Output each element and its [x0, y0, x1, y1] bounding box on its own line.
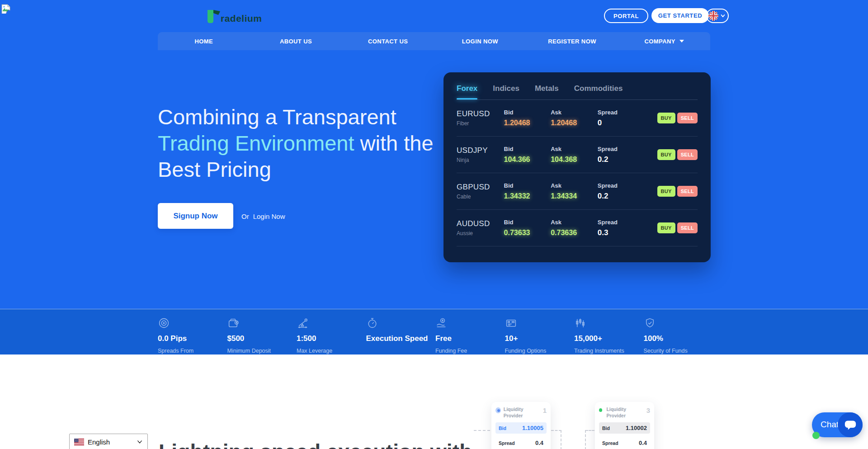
bid-label: Bid	[504, 146, 551, 152]
sell-button[interactable]: SELL	[677, 186, 698, 197]
quote-row-audusd: AUDUSD Aussie Bid 0.73633 Ask 0.73636 Sp…	[457, 210, 698, 246]
ask-value: 1.34334	[551, 192, 598, 200]
buy-button[interactable]: BUY	[657, 149, 675, 160]
sell-button[interactable]: SELL	[677, 149, 698, 160]
pair-nickname: Cable	[457, 194, 504, 200]
spread-value: 0.3	[598, 228, 657, 237]
broken-image-icon	[1, 4, 11, 14]
buy-button[interactable]: BUY	[657, 113, 675, 123]
stat-funding-fee: Free Funding Fee	[435, 309, 505, 354]
language-switcher[interactable]	[706, 9, 729, 23]
bid-value: 1.34332	[504, 192, 551, 200]
connector-dash	[585, 430, 594, 431]
stat-instruments: 15,000+ Trading Instruments	[574, 309, 644, 354]
chat-label: Chat	[821, 420, 839, 430]
candlestick-icon	[574, 317, 586, 329]
market-quotes-widget: Forex Indices Metals Commodities EURUSD …	[443, 72, 711, 262]
ask-value: 1.20468	[551, 119, 598, 127]
sell-button[interactable]: SELL	[677, 113, 698, 123]
connector-dash	[551, 430, 561, 431]
nav-item-home[interactable]: HOME	[158, 38, 250, 45]
pair-symbol: AUDUSD	[457, 219, 504, 228]
logo[interactable]: radelium	[204, 7, 262, 25]
language-select[interactable]: English	[69, 434, 148, 449]
stat-execution-speed: Execution Speed	[366, 309, 436, 354]
shield-check-icon	[644, 317, 656, 329]
chat-bubble-icon	[844, 419, 857, 431]
spread-label: Spread	[598, 219, 657, 226]
language-flag-icon	[708, 11, 718, 21]
stat-min-deposit: $500 Minimum Deposit	[227, 309, 297, 354]
language-selected-label: English	[88, 438, 110, 446]
caret-down-icon	[679, 40, 684, 43]
spread-value: 0	[598, 118, 657, 128]
tab-indices[interactable]: Indices	[493, 84, 519, 99]
quote-row-eurusd: EURUSD Fiber Bid 1.20468 Ask 1.20468 Spr…	[457, 100, 698, 137]
section-heading-partial: Lightning speed execution with	[159, 440, 472, 449]
ask-label: Ask	[551, 109, 598, 116]
hero-section: radelium PORTAL GET STARTED HOME ABOUT U…	[0, 0, 868, 309]
buy-button[interactable]: BUY	[657, 186, 675, 197]
liquidity-provider-card-3: Liquidity Provider 3 Bid 1.10002 Spread …	[595, 402, 654, 449]
stat-funding-options: 10+ Funding Options	[505, 309, 575, 354]
widget-tabs: Forex Indices Metals Commodities	[457, 84, 698, 99]
ask-value: 0.73636	[551, 229, 598, 237]
credit-card-icon	[505, 317, 517, 329]
stopwatch-icon	[366, 317, 378, 329]
online-status-dot	[812, 432, 820, 439]
chevron-down-icon	[720, 13, 726, 19]
stat-security: 100% Security of Funds	[644, 309, 713, 354]
ask-label: Ask	[551, 146, 598, 152]
get-started-button[interactable]: GET STARTED	[651, 8, 709, 23]
bid-value: 104.366	[504, 156, 551, 164]
nav-item-contact[interactable]: CONTACT US	[342, 38, 434, 45]
provider-title: Liquidity Provider	[504, 406, 540, 419]
portal-button[interactable]: PORTAL	[604, 9, 648, 23]
connector-dash	[585, 430, 586, 449]
pair-nickname: Fiber	[457, 120, 504, 127]
ask-label: Ask	[551, 182, 598, 189]
stat-spreads: 0.0 Pips Spreads From	[158, 309, 227, 354]
provider-dot-icon	[495, 407, 501, 413]
buy-button[interactable]: BUY	[657, 222, 675, 233]
bid-row: Bid 1.10002	[599, 422, 650, 434]
quote-row-gbpusd: GBPUSD Cable Bid 1.34332 Ask 1.34334 Spr…	[457, 173, 698, 210]
tab-forex[interactable]: Forex	[457, 84, 477, 99]
chat-widget-button[interactable]: Chat	[812, 412, 863, 437]
ask-value: 104.368	[551, 156, 598, 164]
provider-number: 3	[646, 406, 650, 414]
sell-button[interactable]: SELL	[677, 222, 698, 233]
logo-t-icon	[204, 7, 222, 25]
nav-item-login[interactable]: LOGIN NOW	[434, 38, 526, 45]
login-now-link[interactable]: Login Now	[253, 213, 285, 220]
spread-row: Spread 0.4	[599, 437, 650, 449]
wallet-icon	[227, 317, 240, 329]
bid-row: Bid 1.10005	[495, 422, 547, 434]
stat-leverage: 1:500 Max Leverage	[297, 309, 366, 354]
pair-symbol: EURUSD	[457, 109, 504, 118]
nav-item-about[interactable]: ABOUT US	[250, 38, 342, 45]
stats-band: 0.0 Pips Spreads From $500 Minimum Depos…	[0, 309, 868, 354]
or-label: Or	[241, 213, 249, 220]
login-now-row: OrLogin Now	[241, 213, 285, 220]
connector-dash	[561, 430, 561, 449]
tab-metals[interactable]: Metals	[535, 84, 559, 99]
bid-label: Bid	[504, 219, 551, 226]
tab-commodities[interactable]: Commodities	[574, 84, 623, 99]
pair-symbol: GBPUSD	[457, 183, 504, 192]
provider-number: 1	[543, 406, 547, 414]
target-icon	[158, 317, 170, 329]
nav-item-register[interactable]: REGISTER NOW	[526, 38, 618, 45]
hero-title: Combining a Transparent Trading Environm…	[158, 104, 440, 183]
nav-item-company[interactable]: COMPANY	[618, 38, 710, 45]
leverage-icon	[297, 317, 309, 329]
spread-value: 0.2	[598, 192, 657, 201]
chevron-down-icon	[137, 439, 143, 445]
logo-wordmark: radelium	[221, 13, 262, 24]
signup-button[interactable]: Signup Now	[158, 203, 233, 229]
quote-row-usdjpy: USDJPY Ninja Bid 104.366 Ask 104.368 Spr…	[457, 137, 698, 173]
pair-symbol: USDJPY	[457, 146, 504, 155]
ask-label: Ask	[551, 219, 598, 226]
bid-value: 0.73633	[504, 229, 551, 237]
chat-bubble-circle	[838, 412, 863, 437]
